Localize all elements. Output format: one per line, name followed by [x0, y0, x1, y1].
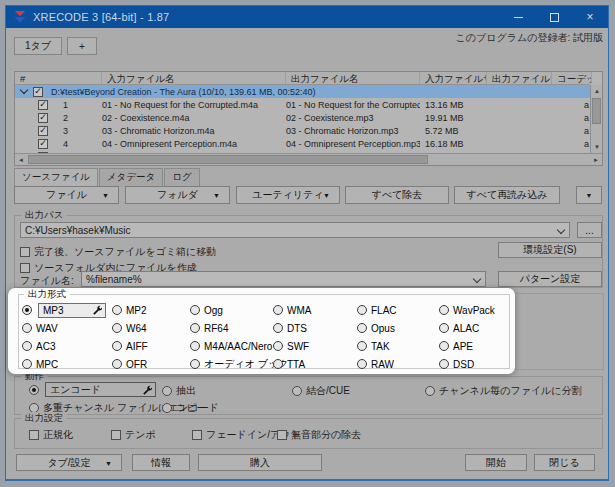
output-format-group-extension — [515, 293, 604, 370]
format-option[interactable]: Ogg — [190, 305, 273, 316]
tab-source-files[interactable]: ソースファイル — [14, 168, 98, 187]
scroll-right-icon[interactable]: ► — [590, 154, 602, 166]
format-option[interactable]: オーディオ ブック — [190, 357, 273, 371]
normalize-option[interactable]: 正規化 — [29, 428, 73, 442]
silence-removal-option[interactable]: 無音部分の除去 — [277, 428, 361, 442]
start-button[interactable]: 開始 — [465, 454, 527, 471]
list-tab-bar: ソースファイル メタデータ ログ — [14, 168, 201, 187]
row-checkbox[interactable]: ✓ — [38, 100, 48, 110]
row-checkbox[interactable]: ✓ — [38, 113, 48, 123]
row-checkbox[interactable]: ✓ — [38, 126, 48, 136]
format-option[interactable]: MP2 — [112, 305, 190, 316]
action-option[interactable]: 抽出 — [162, 384, 196, 398]
app-icon — [13, 10, 27, 24]
format-option[interactable]: TTA — [273, 359, 357, 370]
remove-all-button[interactable]: すべて除去 — [345, 186, 449, 204]
tab-log[interactable]: ログ — [164, 168, 199, 187]
scroll-left-icon[interactable]: ◄ — [15, 154, 27, 166]
move-to-trash-option[interactable]: 完了後、ソースファイルをゴミ箱に移動 — [20, 245, 216, 259]
filename-combobox[interactable]: %filename% — [81, 271, 486, 287]
table-row[interactable]: ✓ 2 02 - Coexistence.m4a 02 - Coexistenc… — [15, 111, 590, 124]
format-option[interactable]: AC3 — [22, 341, 112, 352]
folder-menu-button[interactable]: フォルダ▼ — [125, 186, 230, 204]
format-option[interactable]: RF64 — [190, 323, 273, 334]
format-option-mp3[interactable]: MP3 — [22, 303, 112, 318]
group-row[interactable]: ✓ D:¥test¥Beyond Creation - The Aura (10… — [15, 85, 590, 98]
more-actions-button[interactable]: ▼ — [576, 186, 602, 204]
move-to-trash-checkbox[interactable] — [20, 247, 30, 257]
browse-button[interactable]: ... — [577, 222, 602, 238]
expand-chevron-icon[interactable] — [20, 86, 28, 94]
output-format-group: 出力形式 MP3 MP2 Ogg WMA FLAC WavPack WAV W6… — [8, 288, 515, 374]
reload-all-button[interactable]: すべて再読み込み — [454, 186, 560, 204]
silence-removal-checkbox[interactable] — [277, 430, 287, 440]
format-option[interactable]: RAW — [357, 359, 439, 370]
normalize-checkbox[interactable] — [29, 430, 39, 440]
format-option[interactable]: DSD — [439, 359, 515, 370]
column-header-output-name[interactable]: 出力ファイル名 — [286, 72, 420, 84]
close-dialog-button[interactable]: 閉じる — [534, 454, 595, 471]
row-checkbox[interactable]: ✓ — [38, 139, 48, 149]
format-option[interactable]: SWF — [273, 341, 357, 352]
format-option[interactable]: TAK — [357, 341, 439, 352]
filename-label: ファイル名: — [20, 274, 74, 288]
format-option[interactable]: WMA — [273, 305, 357, 316]
column-header-input-name[interactable]: 入力ファイル名 — [102, 72, 286, 84]
format-option[interactable]: APE — [439, 341, 515, 352]
close-button[interactable]: × — [572, 6, 608, 28]
format-option[interactable]: MPC — [22, 359, 112, 370]
action-option[interactable]: チャンネル毎のファイルに分割 — [425, 384, 582, 398]
add-tab-button[interactable]: + — [67, 37, 97, 55]
action-settings-box[interactable]: エンコード — [45, 382, 156, 397]
wrench-icon[interactable] — [142, 385, 152, 395]
format-settings-box[interactable]: MP3 — [38, 303, 106, 318]
column-header-codec[interactable]: コーデック — [552, 72, 592, 84]
table-row[interactable]: ✓ 4 04 - Omnipresent Perception.m4a 04 -… — [15, 137, 590, 150]
tempo-option[interactable]: テンポ — [111, 428, 156, 442]
group-checkbox[interactable]: ✓ — [33, 87, 43, 97]
action-option-encode[interactable]: エンコード — [29, 382, 156, 397]
column-header-output-size[interactable]: 出力ファイルサイズ — [487, 72, 552, 84]
column-header-num[interactable]: # — [15, 72, 102, 84]
format-option[interactable]: M4A/AAC/Nero — [190, 341, 273, 352]
format-option[interactable]: Opus — [357, 323, 439, 334]
format-option[interactable]: DTS — [273, 323, 357, 334]
vertical-scroll-thumb[interactable] — [592, 98, 601, 124]
action-option[interactable]: コピー — [162, 401, 206, 415]
format-option[interactable]: WAV — [22, 323, 112, 334]
format-option[interactable]: FLAC — [357, 305, 439, 316]
horizontal-scroll-thumb[interactable] — [28, 155, 428, 164]
table-row[interactable]: ✓ 1 01 - No Request for the Corrupted.m4… — [15, 98, 590, 111]
wrench-icon[interactable] — [92, 305, 102, 315]
horizontal-scrollbar[interactable]: ◄ ► — [15, 153, 602, 165]
environment-settings-button[interactable]: 環境設定(S) — [498, 242, 602, 258]
scroll-up-icon[interactable]: ▲ — [591, 85, 603, 97]
tab-1[interactable]: 1タブ — [14, 37, 62, 55]
action-option[interactable]: 結合/CUE — [292, 384, 350, 398]
title-bar: XRECODE 3 [64-bit] - 1.87 × — [6, 6, 608, 28]
file-menu-button[interactable]: ファイル▼ — [14, 186, 119, 204]
format-option[interactable]: ALAC — [439, 323, 515, 334]
purchase-button[interactable]: 購入 — [198, 454, 322, 471]
format-option[interactable]: W64 — [112, 323, 190, 334]
fade-checkbox[interactable] — [192, 430, 202, 440]
column-header-input-size[interactable]: 入力ファイルサイズ — [420, 72, 487, 84]
maximize-button[interactable] — [536, 6, 572, 28]
format-option[interactable]: OFR — [112, 359, 190, 370]
create-in-source-checkbox[interactable] — [20, 263, 30, 273]
tabs-settings-button[interactable]: タブ/設定▼ — [16, 454, 122, 471]
format-option[interactable]: WavPack — [439, 305, 515, 316]
table-header: # 入力ファイル名 出力ファイル名 入力ファイルサイズ 出力ファイルサイズ コー… — [15, 72, 590, 85]
output-path-combobox[interactable]: C:¥Users¥hasek¥Music — [20, 222, 570, 238]
tempo-checkbox[interactable] — [111, 430, 121, 440]
info-button[interactable]: 情報 — [132, 454, 190, 471]
utility-menu-button[interactable]: ユーティリティ▼ — [236, 186, 340, 204]
scroll-down-icon[interactable]: ▼ — [591, 141, 603, 153]
table-row[interactable]: ✓ 3 03 - Chromatic Horizon.m4a 03 - Chro… — [15, 124, 590, 137]
radio-icon[interactable] — [22, 305, 32, 315]
minimize-button[interactable] — [500, 6, 536, 28]
pattern-settings-button[interactable]: パターン設定 — [498, 271, 602, 287]
format-option[interactable]: AIFF — [112, 341, 190, 352]
tab-metadata[interactable]: メタデータ — [99, 168, 163, 187]
vertical-scrollbar[interactable]: ▲ ▼ — [590, 85, 602, 153]
